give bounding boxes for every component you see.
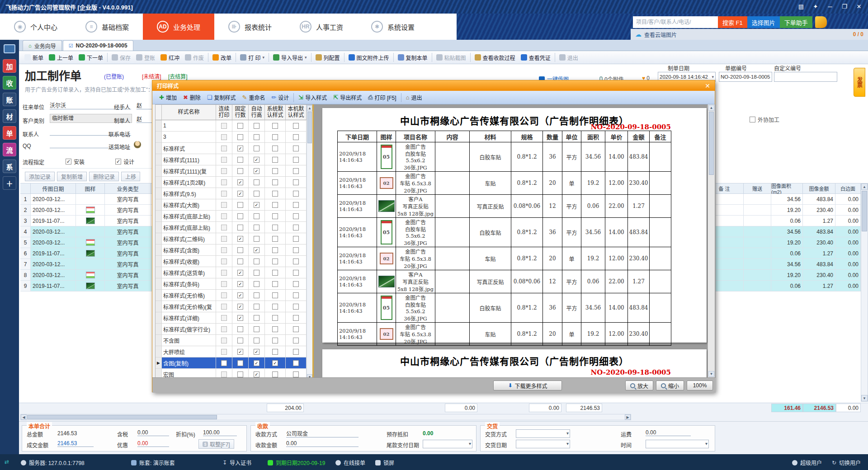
rail-item-收[interactable]: 收 [3,76,16,89]
checkbox-cell[interactable] [286,222,307,233]
pay-method-field[interactable]: 公司现金 [286,429,359,437]
checkbox-cell[interactable] [265,324,286,335]
doc-tab-2[interactable]: ☑NO-2020-09-18-0005 [63,40,133,51]
style-checkbox[interactable] [221,326,227,332]
grid-button-上移[interactable]: 上移 [121,172,140,181]
checkbox-cell[interactable] [286,199,307,211]
style-checkbox[interactable] [272,371,278,377]
style-checkbox[interactable] [293,338,299,343]
style-checkbox[interactable] [254,281,259,287]
style-checkbox[interactable] [293,292,299,298]
style-checkbox[interactable] [237,213,243,219]
style-checkbox[interactable] [293,326,299,332]
checkbox-cell[interactable] [265,199,286,211]
rail-item-加[interactable]: 加 [3,59,16,73]
style-checkbox[interactable] [293,270,299,276]
theme-icon[interactable]: ✦ [810,1,821,11]
checkbox-cell[interactable]: ✓ [249,199,265,211]
tax-field[interactable]: 0.00 [137,429,169,436]
nav-tab-报表统计[interactable]: ⊪报表统计 [214,14,286,40]
style-checkbox[interactable] [272,292,278,298]
checkbox-cell[interactable] [265,143,286,154]
dialog-toolbar-删除[interactable]: ✖删除 [180,92,204,103]
checkbox-cell[interactable] [265,222,286,233]
order-no-field[interactable]: NO-2020-09-18-0005 [719,72,772,82]
checkbox-cell[interactable] [216,188,232,199]
checkbox-cell[interactable] [286,278,307,290]
style-checkbox[interactable] [293,134,299,140]
delivery-method-combo[interactable] [516,429,570,438]
toolbar-登账[interactable]: 登账 [133,52,158,63]
style-checkbox[interactable] [237,123,243,129]
checkbox-cell[interactable] [265,267,286,278]
style-checkbox[interactable] [293,304,299,310]
checkbox-cell[interactable] [216,233,232,244]
grid-vscrollbar[interactable]: ▲ ▼ [861,183,868,402]
checkbox-cell[interactable] [265,335,286,346]
rail-item-系[interactable]: 系 [3,160,16,173]
style-checkbox[interactable] [221,123,227,129]
checkbox-cell[interactable]: ✓ [232,301,249,312]
checkbox-cell[interactable] [265,233,286,244]
checkbox-cell[interactable] [265,312,286,324]
style-checkbox[interactable] [221,360,227,366]
dialog-toolbar-增加[interactable]: ✚增加 [156,92,180,103]
style-row-标准样式(做字行业)[interactable]: 标准样式(做字行业) [156,324,307,335]
checkbox-cell[interactable] [216,346,232,357]
style-checkbox[interactable] [272,168,278,174]
style-checkbox[interactable]: ✓ [237,292,243,298]
style-checkbox[interactable]: ✓ [237,191,243,197]
checkbox-cell[interactable] [216,222,232,233]
style-checkbox[interactable] [221,191,227,197]
checkbox-cell[interactable] [286,267,307,278]
checkbox-cell[interactable] [216,132,232,143]
style-checkbox[interactable] [254,123,259,129]
toolbar-上一单[interactable]: 上一单 [46,52,76,63]
style-checkbox[interactable] [254,146,259,151]
rail-item-账[interactable]: 账 [3,93,16,106]
toolbar-保存[interactable]: 保存 [109,52,133,63]
checkbox-cell[interactable]: ✓ [232,188,249,199]
checkbox-cell[interactable] [232,154,249,165]
toolbar-查看收款过程[interactable]: 查看收款过程 [472,52,518,63]
style-checkbox[interactable] [254,134,259,140]
style-checkbox[interactable] [254,326,259,332]
checkbox-cell[interactable] [216,256,232,267]
zoom-level[interactable]: 100% [687,381,713,390]
grid-button-删除记录[interactable]: 删除记录 [89,172,119,181]
style-checkbox[interactable] [237,258,243,264]
style-checkbox[interactable] [221,157,227,163]
style-checkbox[interactable] [237,134,243,140]
style-checkbox[interactable] [221,202,227,208]
checkbox-cell[interactable] [286,177,307,188]
dialog-toolbar-复制样式[interactable]: ❏复制样式 [204,92,239,103]
checkbox-cell[interactable] [286,312,307,324]
style-checkbox[interactable] [272,326,278,332]
style-row-标准样式(9.5)[interactable]: 标准样式(9.5)✓ [156,188,307,199]
checkbox-cell[interactable]: ✓ [232,177,249,188]
style-checkbox[interactable] [254,213,259,219]
style-checkbox[interactable]: ✓ [254,157,259,163]
pane-splitter[interactable] [312,104,314,377]
style-checkbox[interactable] [293,225,299,230]
checkbox-cell[interactable] [286,143,307,154]
grid-hscrollbar[interactable]: ◀ ▶ [20,414,631,420]
checkbox-cell[interactable]: ✓ [232,312,249,324]
style-row-标准样式(详细)[interactable]: 标准样式(详细)✓ [156,312,307,324]
checkbox-cell[interactable]: ✓ [249,165,265,177]
style-row-标准样式(条码)[interactable]: 标准样式(条码)✓ [156,278,307,290]
checkbox-cell[interactable] [249,324,265,335]
doc-tab-1[interactable]: ⌂业务向导 [23,40,62,51]
style-row-标准样式(二维码)[interactable]: 标准样式(二维码)✓ [156,233,307,244]
style-checkbox[interactable] [272,258,278,264]
style-checkbox[interactable] [254,236,259,242]
rail-item-材[interactable]: 材 [3,109,16,123]
style-checkbox[interactable] [254,292,259,298]
style-checkbox[interactable] [293,315,299,321]
cloud-link[interactable]: 查看云端图片 [644,31,677,38]
style-checkbox[interactable] [237,360,243,366]
style-checkbox[interactable] [237,225,243,230]
checkbox-cell[interactable]: ✓ [249,346,265,357]
style-row-标准样式(大图)[interactable]: 标准样式(大图)✓ [156,199,307,211]
style-checkbox[interactable] [254,191,259,197]
